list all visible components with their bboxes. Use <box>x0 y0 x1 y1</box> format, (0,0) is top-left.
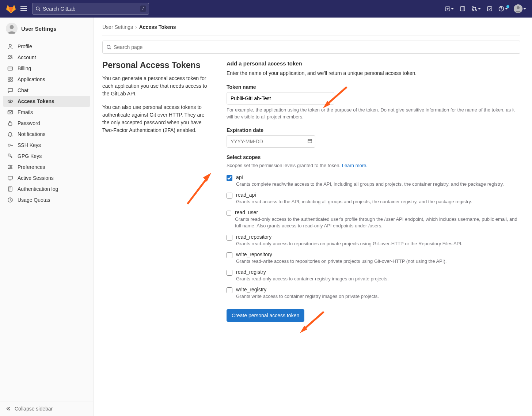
merge-requests-icon[interactable] <box>471 6 481 12</box>
scope-write-repository-checkbox[interactable] <box>227 252 232 258</box>
svg-rect-1 <box>20 8 27 9</box>
scope-write-registry-checkbox[interactable] <box>227 287 232 293</box>
sidebar-item-notifications[interactable]: Notifications <box>3 129 90 140</box>
svg-point-18 <box>10 25 14 29</box>
scope-desc: Grants write access to container registr… <box>236 293 379 300</box>
svg-rect-26 <box>11 80 12 82</box>
sidebar-item-label: Access Tokens <box>18 98 54 104</box>
scope-read-api-checkbox[interactable] <box>227 193 232 198</box>
plus-dropdown-icon[interactable] <box>445 6 454 11</box>
sidebar-item-usage-quotas[interactable]: Usage Quotas <box>3 194 90 205</box>
topbar: / <box>0 0 532 18</box>
menu-icon[interactable] <box>20 5 28 12</box>
sidebar-item-label: Billing <box>18 65 31 71</box>
svg-point-10 <box>472 7 474 8</box>
scope-name: read_user <box>235 209 520 215</box>
svg-point-12 <box>475 10 476 11</box>
svg-point-31 <box>8 144 10 146</box>
scope-desc: Grants complete read/write access to the… <box>236 181 504 188</box>
svg-point-16 <box>517 6 520 9</box>
svg-rect-24 <box>11 77 12 79</box>
breadcrumb: User Settings › Access Tokens <box>102 23 520 35</box>
sidebar-item-label: Account <box>18 54 36 60</box>
main-content: User Settings › Access Tokens Personal A… <box>94 18 532 416</box>
sidebar-item-gpg-keys[interactable]: GPG Keys <box>3 151 90 162</box>
svg-point-20 <box>9 56 11 57</box>
search-icon <box>106 45 111 50</box>
svg-rect-25 <box>8 80 10 82</box>
scope-read-user-checkbox[interactable] <box>227 210 231 216</box>
sidebar-item-access-tokens[interactable]: Access Tokens <box>3 96 90 107</box>
svg-rect-0 <box>20 6 27 7</box>
scope-write-registry: write_registryGrants write access to con… <box>227 287 520 300</box>
sidebar-item-chat[interactable]: Chat <box>3 85 90 96</box>
expiration-label: Expiration date <box>227 127 520 133</box>
sidebar-item-label: Profile <box>18 44 32 49</box>
create-token-button[interactable]: Create personal access token <box>227 309 304 322</box>
sidebar-header: User Settings <box>0 18 93 39</box>
sidebar-item-profile[interactable]: Profile <box>3 41 90 52</box>
token-name-input[interactable] <box>227 92 334 105</box>
scope-read-repository: read_repositoryGrants read-only access t… <box>227 234 520 247</box>
gitlab-logo-icon[interactable] <box>6 4 16 14</box>
sidebar-item-preferences[interactable]: Preferences <box>3 162 90 173</box>
scope-desc: Grants read-only access to container reg… <box>236 276 389 282</box>
sidebar-item-account[interactable]: Account <box>3 52 90 63</box>
sidebar-item-ssh-keys[interactable]: SSH Keys <box>3 140 90 151</box>
form-subheading: Enter the name of your application, and … <box>227 69 520 77</box>
sidebar-item-password[interactable]: Password <box>3 118 90 129</box>
sidebar-item-emails[interactable]: Emails <box>3 107 90 118</box>
scope-read-registry-checkbox[interactable] <box>227 270 232 276</box>
scope-name: read_repository <box>236 234 463 240</box>
scopes-learn-more-link[interactable]: Learn more. <box>342 163 368 168</box>
scope-read-repository-checkbox[interactable] <box>227 235 232 241</box>
sidebar-item-label: Applications <box>18 76 45 82</box>
sidebar-item-active-sessions[interactable]: Active Sessions <box>3 173 90 184</box>
sidebar-nav: Profile Account Billing Applications Cha… <box>0 39 93 401</box>
scope-name: read_api <box>236 192 472 198</box>
chevron-double-left-icon <box>6 406 11 411</box>
search-shortcut: / <box>140 5 146 12</box>
page-search-input[interactable] <box>114 44 516 50</box>
user-avatar-menu[interactable] <box>514 4 526 13</box>
sidebar-item-label: Preferences <box>18 164 45 170</box>
intro-paragraph-1: You can generate a personal access token… <box>102 75 212 98</box>
sidebar-title: User Settings <box>21 26 57 32</box>
scope-write-repository: write_repositoryGrants read-write access… <box>227 252 520 265</box>
svg-line-47 <box>110 48 111 50</box>
svg-point-34 <box>9 165 10 166</box>
svg-point-19 <box>9 44 11 46</box>
svg-point-3 <box>36 7 39 10</box>
expiration-input[interactable] <box>227 135 315 148</box>
sidebar-item-authentication-log[interactable]: Authentication log <box>3 184 90 194</box>
svg-line-4 <box>39 10 41 11</box>
scope-desc: Grants read-only access to repositories … <box>236 241 463 247</box>
help-icon[interactable] <box>498 6 508 12</box>
scope-read-user: read_userGrants read-only access to the … <box>227 209 520 229</box>
scope-name: write_repository <box>236 252 446 257</box>
issues-icon[interactable] <box>460 6 466 12</box>
page-search[interactable] <box>102 41 520 54</box>
sidebar: User Settings Profile Account Billing Ap… <box>0 18 94 416</box>
scope-api-checkbox[interactable] <box>227 175 232 181</box>
svg-point-46 <box>107 45 110 49</box>
todos-icon[interactable] <box>487 6 493 12</box>
sidebar-item-label: Active Sessions <box>18 175 54 181</box>
global-search-input[interactable] <box>43 6 140 12</box>
svg-point-36 <box>11 167 12 168</box>
collapse-label: Collapse sidebar <box>15 406 53 412</box>
scopes-help: Scopes set the permission levels granted… <box>227 162 520 169</box>
scope-name: write_registry <box>236 287 379 292</box>
global-search[interactable]: / <box>32 3 149 15</box>
collapse-sidebar-button[interactable]: Collapse sidebar <box>0 401 93 416</box>
sidebar-item-label: Notifications <box>18 131 45 137</box>
svg-rect-39 <box>8 176 12 179</box>
sidebar-item-billing[interactable]: Billing <box>3 63 90 74</box>
breadcrumb-root[interactable]: User Settings <box>102 24 133 30</box>
scope-name: api <box>236 174 504 180</box>
sidebar-item-applications[interactable]: Applications <box>3 74 90 85</box>
svg-rect-9 <box>463 7 465 11</box>
sidebar-item-label: Emails <box>18 109 33 115</box>
svg-marker-57 <box>300 326 307 333</box>
search-icon <box>35 6 41 11</box>
